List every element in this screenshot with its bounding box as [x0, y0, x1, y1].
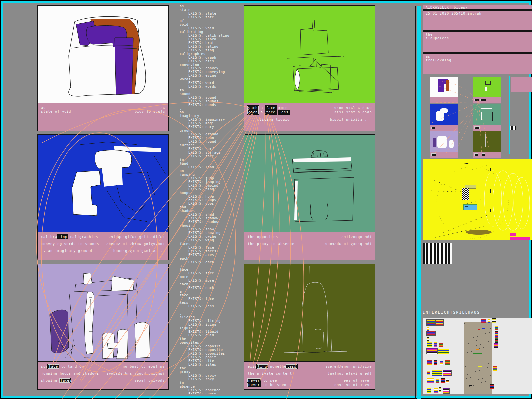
thumbnail-olive[interactable]	[473, 131, 501, 158]
highlighted-word[interactable]: never	[248, 379, 261, 382]
highlighted-word[interactable]: less	[278, 110, 289, 114]
lightbox-panel[interactable]	[423, 318, 532, 394]
speckle-dot	[465, 344, 465, 345]
speckle-dot	[481, 382, 482, 383]
film-strip-swatch[interactable]	[427, 371, 430, 375]
film-strip-swatch[interactable]	[432, 370, 442, 376]
film-strip-swatch[interactable]	[427, 388, 431, 393]
highlighted-word[interactable]: face	[48, 365, 59, 368]
artwork-image-green[interactable]	[244, 6, 375, 103]
highlighted-word[interactable]: each	[248, 110, 258, 114]
highlighted-word[interactable]: less	[286, 365, 297, 368]
film-strip-swatch[interactable]	[427, 331, 435, 335]
caption-line: the private content	[325, 372, 371, 379]
film-strip-swatch[interactable]	[446, 379, 449, 383]
artwork-panel-opposites[interactable]: the oppositesthe proxy to absence the op…	[244, 134, 375, 260]
speckle-dot	[467, 331, 467, 332]
film-strip-swatch[interactable]	[441, 378, 445, 383]
film-strip-swatch[interactable]	[427, 360, 432, 365]
film-strip-swatch[interactable]	[481, 319, 486, 323]
artwork-panel-surface-faces[interactable]: surface to land onjumping hoops and shad…	[37, 264, 169, 390]
thumbnail-blue[interactable]	[430, 104, 458, 131]
sidebar-as-box[interactable]: as trallevding	[423, 53, 532, 74]
highlighted-word[interactable]: ting	[257, 365, 268, 368]
yellow-detail-panel[interactable]	[423, 159, 532, 240]
highlighted-word[interactable]: face	[60, 379, 70, 382]
film-strip-swatch[interactable]	[438, 349, 449, 354]
film-strip-swatch[interactable]	[488, 319, 490, 323]
artwork-image-olive[interactable]	[244, 264, 375, 361]
artwork-panel-existing[interactable]: existing nonethelessthe private contentn…	[244, 264, 375, 390]
film-strip-swatch[interactable]	[434, 388, 438, 393]
thumbnail-green[interactable]	[473, 77, 501, 103]
film-strip-swatch[interactable]	[436, 379, 439, 383]
caption-line: jumping hoops and shadows	[106, 372, 165, 379]
film-strip-swatch[interactable]	[439, 387, 441, 393]
film-strip-swatch[interactable]	[445, 360, 450, 365]
film-strip-swatch[interactable]	[492, 318, 496, 323]
film-strip-swatch[interactable]	[427, 327, 429, 331]
caption-line: each a face less	[248, 110, 290, 115]
app-frame: asstate of void asstate of void	[1, 1, 531, 398]
caption-line: existing nonetheless	[248, 365, 297, 372]
film-strip-swatch[interactable]	[436, 320, 443, 325]
film-strip-swatch[interactable]	[495, 326, 498, 330]
artwork-image-teal[interactable]	[244, 135, 375, 232]
thumbnail-caption	[473, 97, 501, 103]
caption-text: surface to land onjumping hoops and shad…	[41, 365, 99, 386]
highlighted-word[interactable]: face	[265, 106, 276, 110]
caption-text: asstate of void	[41, 106, 71, 113]
film-strip-swatch[interactable]	[439, 343, 443, 347]
sidebar-title: AIDRASELEKT bicepy	[426, 6, 467, 9]
thumbnail-teal[interactable]	[473, 104, 501, 131]
thumbnail-caption	[430, 97, 458, 103]
caption-line: surface to land on	[41, 365, 99, 372]
film-strip-swatch[interactable]	[443, 370, 451, 376]
film-strip-swatch[interactable]	[427, 320, 435, 325]
film-strip-swatch[interactable]	[434, 360, 437, 365]
film-strip-swatch[interactable]	[490, 384, 494, 389]
highlighted-word[interactable]: each	[248, 106, 258, 110]
thumbnail-caption	[430, 125, 458, 131]
caption-text-mirrored: calibrating caligraphiesconveying words …	[106, 235, 165, 256]
artwork-panel-calibrating[interactable]: calibrating caligraphiesconveying words …	[37, 134, 169, 260]
speckle-dot	[481, 361, 481, 361]
thumbnail-void[interactable]	[430, 77, 458, 103]
speckle-dot	[471, 330, 471, 330]
speckle-dot	[486, 355, 486, 356]
speckle-dot	[487, 367, 488, 368]
film-strip-swatch[interactable]	[440, 361, 443, 365]
caption-line: never to be seen	[325, 383, 371, 390]
sidebar-file-box[interactable]: 25-01-2020-205410.intrah	[423, 10, 532, 31]
thumbnail-scroll-accent[interactable]	[509, 76, 510, 154]
sidebar-the-box[interactable]: the ilaupoleas	[423, 31, 532, 53]
film-strip-swatch[interactable]	[495, 331, 498, 337]
film-strip-swatch[interactable]	[427, 378, 434, 383]
film-strip-swatch[interactable]	[494, 343, 498, 348]
thumbnail-lavender[interactable]	[430, 131, 458, 158]
speckle-dot	[475, 350, 476, 350]
caption-text-mirrored: each a face moreeach a face less , slici…	[330, 106, 371, 125]
caption-text: the oppositesthe proxy to absence	[248, 235, 294, 249]
artwork-image-void[interactable]	[38, 6, 168, 103]
highlighted-word[interactable]: ting	[57, 235, 68, 239]
artwork-image-blue[interactable]	[38, 135, 168, 232]
speckle-dot	[485, 381, 486, 382]
film-strip-swatch[interactable]	[493, 366, 497, 371]
film-strip-swatch[interactable]	[427, 337, 429, 342]
checkerboard-swatch	[462, 188, 469, 200]
speckle-dot	[486, 377, 487, 377]
film-strip-swatch[interactable]	[495, 337, 498, 343]
caption-bar: surface to land onjumping hoops and shad…	[38, 361, 168, 389]
highlighted-word[interactable]: face	[265, 110, 276, 114]
highlighted-word[interactable]: never	[248, 383, 261, 387]
artwork-image-lavender[interactable]	[38, 264, 168, 361]
artwork-panel-each-a-face[interactable]: each a face moreeach a face less , slici…	[244, 5, 375, 131]
film-strip-swatch[interactable]	[434, 342, 437, 347]
artwork-panel-state-of-void[interactable]: asstate of void asstate of void	[37, 5, 169, 131]
film-strip-swatch[interactable]	[427, 348, 437, 354]
film-strip-swatch[interactable]	[443, 388, 449, 393]
caption-line: the opposites	[248, 235, 294, 242]
film-strip-swatch[interactable]	[427, 342, 432, 347]
thumbnail-side-pink-box	[511, 77, 532, 92]
